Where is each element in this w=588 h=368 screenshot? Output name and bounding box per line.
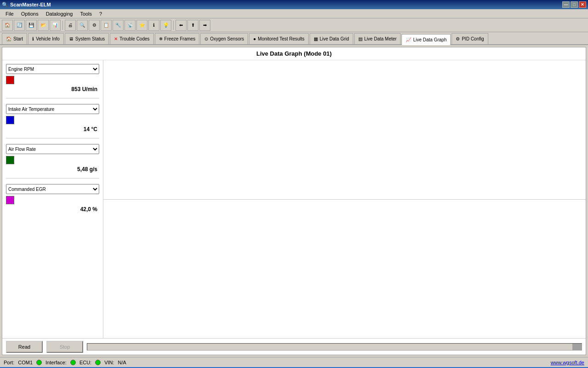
toolbar-btn-11[interactable]: 📡 (124, 20, 136, 31)
toolbar-btn-13[interactable]: ℹ (148, 20, 159, 31)
bottom-controls: Read Stop (2, 338, 586, 355)
toolbar-btn-9[interactable]: 📋 (101, 20, 112, 31)
chart-top (103, 60, 586, 200)
menu-help[interactable]: ? (96, 10, 106, 17)
tab-live-data-grid[interactable]: ▦ Live Data Grid (310, 33, 353, 44)
divider-1 (6, 98, 99, 98)
toolbar-btn-16[interactable]: ⬆ (187, 20, 198, 31)
tab-system-label: System Status (75, 36, 105, 41)
maximize-button[interactable]: □ (571, 1, 578, 8)
tab-live-data-graph[interactable]: 📈 Live Data Graph (401, 34, 451, 45)
tab-graph-label: Live Data Graph (413, 37, 447, 42)
tab-grid-label: Live Data Grid (320, 36, 349, 41)
toolbar-btn-14[interactable]: 💡 (160, 20, 171, 31)
divider-2 (6, 138, 99, 138)
menu-options[interactable]: Options (17, 10, 42, 17)
toolbar-btn-3[interactable]: 💾 (26, 20, 37, 31)
sensor-block-3: Air Flow Rate 5,48 g/s (6, 144, 99, 172)
menu-tools[interactable]: Tools (76, 10, 96, 17)
tab-oxygen-label: Oxygen Sensors (210, 36, 244, 41)
port-led (36, 360, 42, 365)
tab-trouble-icon: ✕ (114, 36, 118, 41)
sensor1-select[interactable]: Engine RPM (6, 64, 99, 74)
app-icon: 🔍 (2, 2, 8, 8)
main-content: Live Data Graph (Mode 01) Engine RPM 853… (2, 47, 586, 355)
tab-trouble-codes[interactable]: ✕ Trouble Codes (110, 33, 153, 44)
tab-oxygen-sensors[interactable]: ⊙ Oxygen Sensors (200, 33, 248, 44)
sensor-block-2: Intake Air Temperature 14 °C (6, 104, 99, 132)
toolbar-btn-6[interactable]: 🖨 (65, 20, 76, 31)
toolbar-btn-7[interactable]: 🔍 (77, 20, 88, 31)
sensor3-select[interactable]: Air Flow Rate (6, 144, 99, 154)
toolbar-btn-8[interactable]: ⚙ (89, 20, 100, 31)
toolbar-sep-1 (62, 21, 63, 30)
page-title: Live Data Graph (Mode 01) (2, 47, 586, 60)
tab-bar: 🏠 Start ℹ Vehicle Info 🖥 System Status ✕… (0, 32, 588, 45)
sensor4-value: 42,0 % (6, 206, 99, 213)
chart-top-canvas (103, 60, 241, 129)
tab-freeze-icon: ❄ (159, 36, 163, 41)
menu-bar: File Options Datalogging Tools ? (0, 9, 588, 18)
status-bar: Port: COM1 Interface: ECU: VIN: N/A www.… (0, 357, 588, 367)
chart-bottom (103, 200, 586, 339)
toolbar-btn-5[interactable]: 📊 (50, 20, 61, 31)
toolbar-btn-4[interactable]: 📂 (38, 20, 49, 31)
ecu-label: ECU: (79, 360, 91, 365)
minimize-button[interactable]: — (562, 1, 570, 8)
sensor1-color (6, 76, 14, 84)
tab-start-icon: 🏠 (6, 36, 11, 41)
left-panel: Engine RPM 853 U/min Intake Air Temperat… (2, 60, 103, 338)
tab-meter-label: Live Data Meter (364, 36, 397, 41)
tab-monitored-label: Monitored Test Results (258, 36, 305, 41)
website-link[interactable]: www.wgsoft.de (551, 360, 584, 365)
toolbar-btn-10[interactable]: 🔧 (113, 20, 124, 31)
stop-button[interactable]: Stop (46, 341, 83, 353)
sensor2-color (6, 116, 14, 124)
sensor2-select[interactable]: Intake Air Temperature (6, 104, 99, 114)
app-title: ScanMaster-ELM (10, 2, 51, 7)
tab-pid-label: PID Config (462, 36, 484, 41)
tab-start[interactable]: 🏠 Start (2, 33, 27, 44)
scroll-track[interactable] (87, 343, 582, 351)
tab-vehicle-icon: ℹ (32, 36, 34, 41)
tab-system-status[interactable]: 🖥 System Status (65, 33, 109, 44)
ecu-led (95, 360, 101, 365)
title-bar-left: 🔍 ScanMaster-ELM (2, 2, 51, 8)
tab-live-data-meter[interactable]: ▤ Live Data Meter (354, 33, 401, 44)
tab-pid-icon: ⚙ (456, 36, 460, 41)
interface-label: Interface: (45, 360, 67, 365)
read-button[interactable]: Read (6, 341, 43, 353)
tab-meter-icon: ▤ (358, 36, 362, 41)
tab-oxygen-icon: ⊙ (204, 36, 208, 41)
port-label: Port: (4, 360, 14, 365)
toolbar-btn-1[interactable]: 🏠 (2, 20, 13, 31)
tab-start-label: Start (13, 36, 23, 41)
sensor4-select[interactable]: Commanded EGR (6, 184, 99, 194)
tab-vehicle-info[interactable]: ℹ Vehicle Info (28, 33, 64, 44)
tab-system-icon: 🖥 (69, 36, 74, 41)
tab-pid-config[interactable]: ⚙ PID Config (452, 33, 488, 44)
sensor2-value: 14 °C (6, 126, 99, 132)
toolbar-btn-15[interactable]: ⬅ (175, 20, 187, 31)
toolbar-btn-2[interactable]: 🔄 (14, 20, 25, 31)
toolbar-btn-12[interactable]: ⭐ (136, 20, 147, 31)
menu-file[interactable]: File (2, 10, 17, 17)
tab-freeze-label: Freeze Frames (164, 36, 196, 41)
sensor1-value: 853 U/min (6, 86, 99, 92)
close-button[interactable]: ✕ (579, 1, 586, 8)
toolbar-btn-17[interactable]: ➡ (199, 20, 210, 31)
menu-datalogging[interactable]: Datalogging (42, 10, 77, 17)
tab-monitored-test[interactable]: ● Monitored Test Results (249, 33, 309, 44)
interface-led (70, 360, 76, 365)
title-bar-controls: — □ ✕ (562, 1, 586, 8)
toolbar-sep-2 (173, 21, 174, 30)
title-bar: 🔍 ScanMaster-ELM — □ ✕ (0, 0, 588, 9)
tab-graph-icon: 📈 (406, 37, 411, 42)
tab-vehicle-label: Vehicle Info (36, 36, 60, 41)
tab-freeze-frames[interactable]: ❄ Freeze Frames (155, 33, 200, 44)
tab-monitored-icon: ● (253, 36, 256, 41)
vin-label: VIN: (104, 360, 114, 365)
sensor-block-4: Commanded EGR 42,0 % (6, 184, 99, 213)
port-value: COM1 (18, 360, 33, 365)
sensor3-value: 5,48 g/s (6, 166, 99, 172)
